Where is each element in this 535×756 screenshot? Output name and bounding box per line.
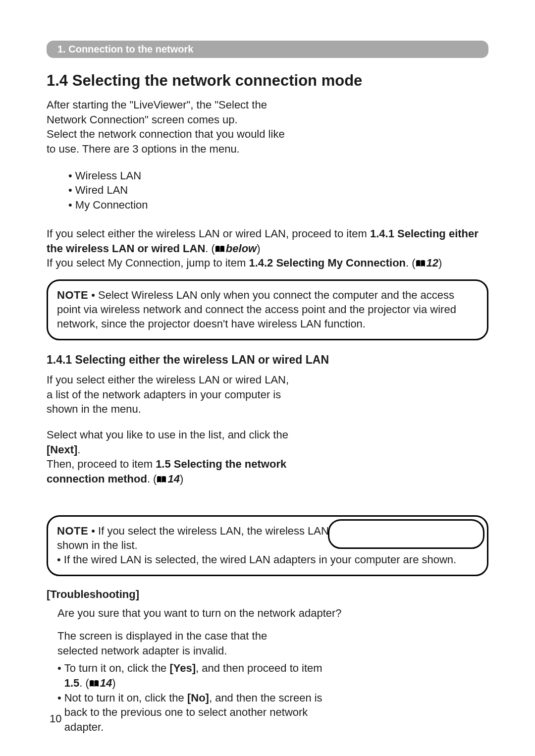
page-reference: 14 <box>167 473 179 485</box>
text: To turn it on, click the <box>64 662 170 674</box>
section-title: 1.4 Selecting the network connection mod… <box>47 72 488 90</box>
troubleshooting-item: • To turn it on, click the [Yes], and th… <box>57 661 335 690</box>
intro-line: After starting the "LiveViewer", the "Se… <box>47 99 267 111</box>
troubleshooting-heading: [Troubleshooting] <box>47 588 488 601</box>
subsection-title: 1.4.1 Selecting either the wireless LAN … <box>47 353 488 367</box>
text-bold: 1.4.2 Selecting My Connection <box>249 257 406 269</box>
text-line: If you select either the wireless LAN or… <box>47 374 289 386</box>
intro-paragraph: After starting the "LiveViewer", the "Se… <box>47 98 324 157</box>
troubleshooting-body: The screen is displayed in the case that… <box>57 629 325 658</box>
note-box: NOTE • Select Wireless LAN only when you… <box>47 279 488 340</box>
text: If you select My Connection, jump to ite… <box>47 257 249 269</box>
book-icon <box>215 245 225 253</box>
chapter-bar: 1. Connection to the network <box>47 41 488 58</box>
option-wireless-lan: Wireless LAN <box>68 168 488 183</box>
text-line: selected network adapter is invalid. <box>57 645 227 657</box>
troubleshooting-question: Are you sure that you want to turn on th… <box>57 607 488 620</box>
next-button-label: [Next] <box>47 443 77 456</box>
page-number: 10 <box>50 712 61 725</box>
option-my-connection: My Connection <box>68 198 488 213</box>
page-reference: 14 <box>100 677 112 689</box>
note-label: NOTE <box>57 289 88 301</box>
page-reference: 12 <box>427 257 438 269</box>
no-button-label: [No] <box>187 692 209 704</box>
text: . ( <box>79 677 89 689</box>
subsection-paragraph: Select what you like to use in the list,… <box>47 428 314 486</box>
text: ) <box>257 242 260 255</box>
text-bold: 1.5 <box>64 677 80 689</box>
text: If you select either the wireless LAN or… <box>47 227 370 240</box>
intro-line: to use. There are 3 options in the menu. <box>47 143 240 155</box>
page-reference: below <box>226 242 257 255</box>
intro-line: Select the network connection that you w… <box>47 128 285 140</box>
book-icon <box>89 680 99 688</box>
text: . <box>77 443 80 456</box>
bullet: • <box>57 661 64 690</box>
text: . ( <box>406 257 416 269</box>
intro-line: Network Connection" screen comes up. <box>47 113 238 126</box>
text-line: shown in the menu. <box>47 403 141 415</box>
note-text: • Select Wireless LAN only when you conn… <box>57 289 456 330</box>
book-icon <box>416 260 426 268</box>
text: Not to turn it on, click the <box>64 692 187 704</box>
book-icon <box>157 476 166 484</box>
text: ) <box>112 677 115 689</box>
text: . ( <box>147 473 157 485</box>
text: ) <box>180 473 183 485</box>
options-list: Wireless LAN Wired LAN My Connection <box>68 168 488 213</box>
text-line: The screen is displayed in the case that… <box>57 630 267 642</box>
note-label: NOTE <box>57 525 88 537</box>
text-line: a list of the network adapters in your c… <box>47 388 281 401</box>
text: ) <box>438 257 442 269</box>
text: . ( <box>205 242 215 255</box>
subsection-intro: If you select either the wireless LAN or… <box>47 373 314 417</box>
text: Select what you like to use in the list,… <box>47 429 288 441</box>
text: , and then proceed to item <box>196 662 322 674</box>
text: Then, proceed to item <box>47 458 156 470</box>
paragraph-selection-guidance: If you select either the wireless LAN or… <box>47 226 488 270</box>
note-text: • If the wired LAN is selected, the wire… <box>57 553 456 566</box>
troubleshooting-item: • Not to turn it on, click the [No], and… <box>57 691 335 735</box>
figure-placeholder <box>328 519 484 549</box>
troubleshooting-list: • To turn it on, click the [Yes], and th… <box>57 661 335 734</box>
option-wired-lan: Wired LAN <box>68 183 488 198</box>
yes-button-label: [Yes] <box>169 662 196 674</box>
